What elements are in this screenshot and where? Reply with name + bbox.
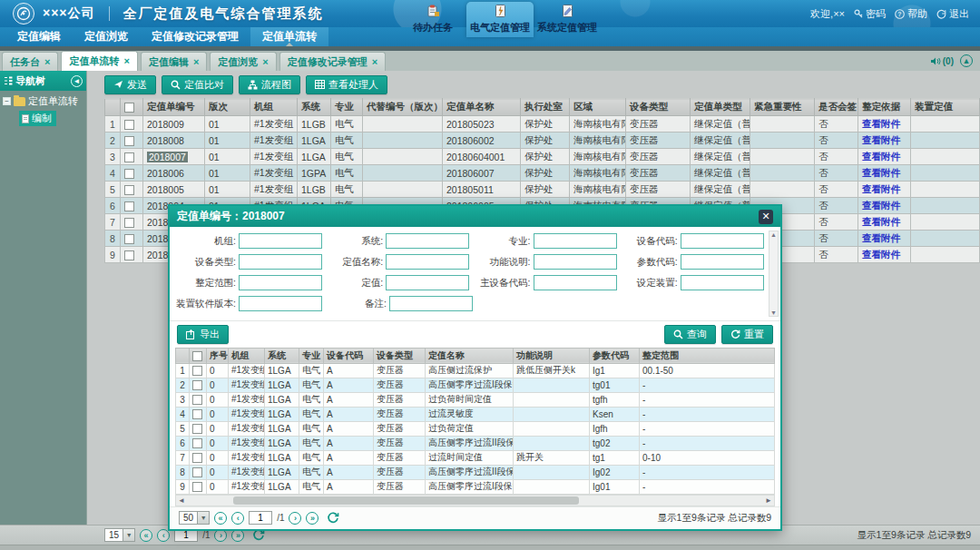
checkbox[interactable] xyxy=(192,467,202,477)
scrollbar-thumb[interactable] xyxy=(233,496,579,505)
tab-change-record[interactable]: 定值修改记录管理× xyxy=(279,52,386,71)
table-row[interactable]: 5201800501#1发变组1LGB电气201805011保护处海南核电有限公… xyxy=(105,182,980,198)
view-attachment-link[interactable]: 查看附件 xyxy=(862,183,900,194)
page-size-select[interactable]: 15▼ xyxy=(104,528,135,542)
page-size-select[interactable]: 50▼ xyxy=(179,511,210,525)
checkbox[interactable] xyxy=(124,250,134,260)
table-row[interactable]: 10#1发变组1LGA电气A变压器高压侧过流保护跳低压侧开关kIg100.1-5… xyxy=(176,363,775,378)
refresh-button[interactable] xyxy=(327,512,339,525)
menu-item-setting-browse[interactable]: 定值浏览 xyxy=(73,27,140,46)
field-input[interactable] xyxy=(386,275,469,290)
column-header[interactable]: 序号 xyxy=(207,348,229,363)
checkbox[interactable] xyxy=(192,453,202,463)
field-input[interactable] xyxy=(239,254,322,270)
tree-node-root[interactable]: − 定值单流转 xyxy=(3,94,83,108)
column-header[interactable]: 整定范围 xyxy=(640,348,775,363)
column-header[interactable]: 功能说明 xyxy=(514,348,590,363)
page-number-input[interactable] xyxy=(249,511,272,525)
column-header[interactable]: 专业 xyxy=(299,348,324,363)
close-icon[interactable]: × xyxy=(193,57,199,67)
column-header[interactable]: 定值单编号 xyxy=(143,99,205,116)
field-input[interactable] xyxy=(681,233,764,249)
view-attachment-link[interactable]: 查看附件 xyxy=(862,151,900,162)
close-icon[interactable]: × xyxy=(262,57,268,67)
prev-page-button[interactable]: ‹ xyxy=(231,512,244,525)
table-row[interactable]: 50#1发变组1LGA电气A变压器过负荷定值Igfh- xyxy=(176,421,775,436)
scroll-down-icon[interactable]: ▼ xyxy=(770,309,777,316)
column-header[interactable]: 设备代码 xyxy=(324,348,374,363)
checkbox[interactable] xyxy=(124,136,134,146)
view-attachment-link[interactable]: 查看附件 xyxy=(862,216,900,227)
table-row[interactable]: 20#1发变组1LGA电气A变压器高压侧零序过流I段保护时间tg01- xyxy=(176,378,775,392)
first-page-button[interactable]: « xyxy=(214,512,227,525)
password-link[interactable]: 密码 xyxy=(854,7,886,21)
tree-node-bianzhi[interactable]: 编制 xyxy=(19,111,56,126)
field-input[interactable] xyxy=(681,275,764,290)
column-header[interactable]: 整定依据 xyxy=(858,99,911,116)
checkbox[interactable] xyxy=(192,380,202,390)
next-page-button[interactable]: › xyxy=(289,512,301,525)
field-input[interactable] xyxy=(386,233,469,249)
field-input[interactable] xyxy=(239,233,322,249)
view-attachment-link[interactable]: 查看附件 xyxy=(862,118,900,129)
column-header[interactable]: 紧急重要性 xyxy=(750,99,815,116)
column-header[interactable]: 版次 xyxy=(205,99,250,116)
checkbox[interactable] xyxy=(124,120,134,130)
column-header[interactable]: 设备类型 xyxy=(374,348,426,363)
column-header[interactable]: 是否会签 xyxy=(815,99,858,116)
scroll-right-icon[interactable]: ► xyxy=(763,496,774,505)
column-header[interactable]: 系统 xyxy=(298,99,331,116)
table-row[interactable]: 80#1发变组1LGA电气A变压器高压侧零序过流II段保护Ig02- xyxy=(176,465,775,479)
checkbox[interactable] xyxy=(124,234,134,244)
tree-expander-icon[interactable]: − xyxy=(3,97,11,105)
column-header[interactable]: 机组 xyxy=(229,348,265,363)
reset-button[interactable]: 重置 xyxy=(721,325,773,344)
column-header[interactable]: 设备类型 xyxy=(626,99,691,116)
view-attachment-link[interactable]: 查看附件 xyxy=(862,232,900,243)
table-row[interactable]: 1201800901#1发变组1LGB电气201805023保护处海南核电有限公… xyxy=(105,116,980,133)
column-header[interactable]: 定值单类型 xyxy=(691,99,750,116)
setting-compare-button[interactable]: 定值比对 xyxy=(162,75,233,94)
field-input[interactable] xyxy=(239,275,322,290)
view-attachment-link[interactable]: 查看附件 xyxy=(862,249,900,260)
logout-link[interactable]: 退出 xyxy=(936,7,969,21)
field-input[interactable] xyxy=(534,275,617,290)
field-input[interactable] xyxy=(239,296,322,311)
scroll-left-icon[interactable]: ◄ xyxy=(176,496,187,505)
export-button[interactable]: 导出 xyxy=(177,325,229,344)
table-row[interactable]: 3201800701#1发变组1LGA电气20180604001保护处海南核电有… xyxy=(105,149,980,165)
sidebar-collapse-icon[interactable]: ◄ xyxy=(71,75,83,87)
checkbox[interactable] xyxy=(124,185,134,195)
table-row[interactable]: 2201800801#1发变组1LGA电气201806002保护处海南核电有限公… xyxy=(105,133,980,149)
view-attachment-link[interactable]: 查看附件 xyxy=(862,134,900,145)
close-icon[interactable]: × xyxy=(123,56,129,66)
table-row[interactable]: 70#1发变组1LGA电气A变压器过流时间定值跳开关tg10-10 xyxy=(176,450,775,465)
query-button[interactable]: 查询 xyxy=(664,325,716,344)
checkbox[interactable] xyxy=(192,438,202,448)
module-tab-system-settings[interactable]: 系统定值管理 xyxy=(534,2,601,37)
tab-task-desk[interactable]: 任务台× xyxy=(2,52,58,71)
flowchart-button[interactable]: 流程图 xyxy=(239,75,300,94)
column-header[interactable]: 代替编号（版次） xyxy=(363,99,443,116)
column-header[interactable]: 参数代码 xyxy=(590,348,640,363)
module-tab-todo[interactable]: 待办任务 xyxy=(399,2,466,37)
field-input[interactable] xyxy=(534,254,617,270)
checkbox[interactable] xyxy=(124,169,134,179)
checkbox[interactable] xyxy=(124,201,134,211)
table-row[interactable]: 4201800601#1发变组1GPA电气201806007保护处海南核电有限公… xyxy=(105,165,980,182)
first-page-button[interactable]: « xyxy=(140,529,152,542)
column-header[interactable]: 系统 xyxy=(265,348,299,363)
field-input[interactable] xyxy=(681,254,764,270)
checkbox[interactable] xyxy=(192,482,202,492)
column-header[interactable]: 机组 xyxy=(250,99,298,116)
close-icon[interactable]: × xyxy=(44,57,50,67)
menu-item-change-record[interactable]: 定值修改记录管理 xyxy=(140,27,250,46)
help-link[interactable]: ? 帮助 xyxy=(895,7,927,21)
column-header[interactable]: 区域 xyxy=(570,99,626,116)
column-header[interactable]: 装置定值 xyxy=(911,99,980,116)
checkbox[interactable] xyxy=(124,152,134,162)
scroll-up-icon[interactable]: ▲ xyxy=(770,231,777,238)
table-row[interactable]: 90#1发变组1LGA电气A变压器高压侧零序过流I段保护Ig01- xyxy=(176,479,775,494)
checkbox[interactable] xyxy=(192,395,202,405)
last-page-button[interactable]: » xyxy=(306,512,318,525)
